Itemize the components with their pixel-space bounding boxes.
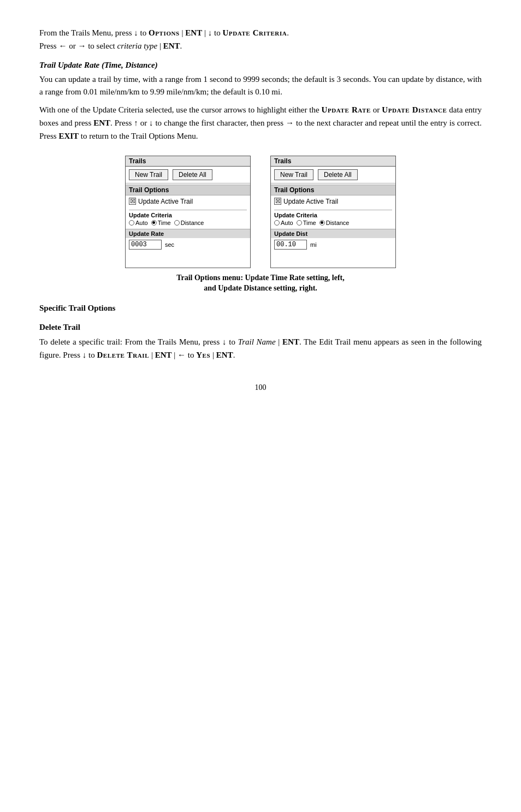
left-radio-distance: Distance: [174, 220, 204, 226]
right-radio-row: Auto Time Distance: [274, 220, 392, 226]
right-auto-radio: [274, 220, 280, 226]
right-field-input: 00.10: [274, 240, 307, 250]
left-trail-panel: Trails New Trail Delete All Trail Option…: [125, 156, 251, 268]
left-panel-buttons: New Trail Delete All: [126, 167, 250, 183]
left-trail-options-label: Trail Options: [126, 185, 250, 195]
right-panel-buttons: New Trail Delete All: [271, 167, 395, 183]
left-radio-row: Auto Time Distance: [129, 220, 247, 226]
figure-caption: Trail Options menu: Update Time Rate set…: [39, 272, 482, 294]
right-trail-panel: Trails New Trail Delete All Trail Option…: [270, 156, 396, 268]
right-field-label: Update Dist: [271, 229, 395, 238]
right-radio-auto: Auto: [274, 220, 293, 226]
left-radio-time: Time: [151, 220, 171, 226]
left-spacer: [126, 251, 250, 268]
left-time-radio: [151, 220, 157, 226]
right-spacer: [271, 251, 395, 268]
para1: You can update a trail by time, with a r…: [39, 73, 482, 99]
left-auto-label: Auto: [135, 220, 148, 226]
right-checkbox-icon: ☒: [274, 198, 281, 205]
delete-trail-heading: Delete Trail: [39, 323, 482, 332]
right-radio-time: Time: [297, 220, 316, 226]
right-radio-distance: Distance: [319, 220, 350, 226]
figure-container: Trails New Trail Delete All Trail Option…: [39, 156, 482, 268]
left-new-trail-button[interactable]: New Trail: [129, 169, 168, 180]
left-criteria-label: Update Criteria: [129, 210, 247, 218]
left-checkbox-icon: ☒: [129, 198, 136, 205]
left-criteria-group: Update Criteria Auto Time Distance: [126, 208, 250, 227]
right-time-radio: [297, 220, 302, 226]
left-field-input: 0003: [129, 240, 162, 250]
right-distance-radio: [319, 220, 325, 226]
left-update-active-label: Update Active Trail: [138, 198, 193, 205]
left-field-unit: sec: [165, 241, 174, 248]
right-delete-all-button[interactable]: Delete All: [318, 169, 358, 180]
delete-trail-para: To delete a specific trail: From the Tra…: [39, 335, 482, 362]
left-field-value-row: 0003 sec: [126, 238, 250, 251]
right-new-trail-button[interactable]: New Trail: [274, 169, 313, 180]
right-auto-label: Auto: [281, 220, 293, 226]
left-delete-all-button[interactable]: Delete All: [173, 169, 212, 180]
right-criteria-group: Update Criteria Auto Time Distance: [271, 208, 395, 227]
right-update-active-label: Update Active Trail: [283, 198, 338, 205]
left-field-label: Update Rate: [126, 229, 250, 238]
right-field-unit: mi: [310, 241, 317, 248]
intro-paragraph: From the Trails Menu, press ↓ to Options…: [39, 26, 482, 53]
left-time-label: Time: [158, 220, 171, 226]
left-auto-radio: [129, 220, 134, 226]
specific-options-heading: Specific Trail Options: [39, 304, 482, 313]
left-radio-auto: Auto: [129, 220, 148, 226]
right-criteria-label: Update Criteria: [274, 210, 392, 218]
right-time-label: Time: [303, 220, 316, 226]
figure-caption-line2: and Update Distance setting, right.: [204, 284, 317, 292]
left-panel-title: Trails: [126, 156, 250, 167]
left-update-active-row: ☒ Update Active Trail: [126, 195, 250, 208]
figure-caption-line1: Trail Options menu: Update Time Rate set…: [176, 274, 345, 282]
page-number: 100: [39, 383, 482, 392]
left-distance-radio: [174, 220, 180, 226]
para2: With one of the Update Criteria selected…: [39, 104, 482, 143]
right-trail-options-label: Trail Options: [271, 185, 395, 195]
left-distance-label: Distance: [181, 220, 204, 226]
right-panel-title: Trails: [271, 156, 395, 167]
right-update-active-row: ☒ Update Active Trail: [271, 195, 395, 208]
right-field-value-row: 00.10 mi: [271, 238, 395, 251]
section-heading: Trail Update Rate (Time, Distance): [39, 61, 482, 70]
right-distance-label: Distance: [326, 220, 350, 226]
